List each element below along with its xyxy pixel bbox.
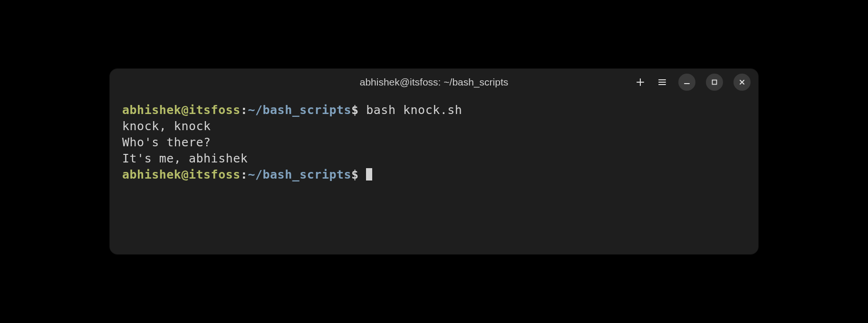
output-line-1: knock, knock	[122, 119, 211, 133]
maximize-icon	[711, 78, 718, 86]
new-tab-button[interactable]	[635, 76, 646, 88]
menu-button[interactable]	[656, 76, 668, 88]
prompt-dollar-2: $	[351, 168, 359, 181]
prompt-colon: :	[241, 103, 248, 117]
terminal-window: abhishek@itsfoss: ~/bash_scripts	[110, 69, 758, 254]
hamburger-icon	[657, 77, 667, 87]
minimize-icon	[683, 78, 691, 86]
prompt-user-host-2: abhishek@itsfoss	[122, 168, 241, 181]
prompt-dollar: $	[351, 103, 359, 117]
minimize-button[interactable]	[678, 74, 695, 91]
prompt-path: ~/bash_scripts	[248, 103, 351, 117]
plus-icon	[636, 77, 645, 87]
titlebar: abhishek@itsfoss: ~/bash_scripts	[110, 69, 758, 95]
window-title: abhishek@itsfoss: ~/bash_scripts	[360, 76, 509, 88]
output-line-2: Who's there?	[122, 135, 211, 149]
close-icon	[738, 78, 746, 86]
close-button[interactable]	[733, 74, 751, 91]
svg-rect-0	[713, 80, 717, 85]
prompt-path-2: ~/bash_scripts	[248, 168, 351, 181]
output-line-3: It's me, abhishek	[122, 152, 248, 165]
prompt-user-host: abhishek@itsfoss	[122, 103, 241, 117]
command-line-1: bash knock.sh	[359, 103, 463, 117]
terminal-body[interactable]: abhishek@itsfoss:~/bash_scripts$ bash kn…	[110, 95, 758, 254]
cursor	[366, 168, 372, 180]
maximize-button[interactable]	[706, 74, 723, 91]
window-controls	[635, 74, 751, 91]
prompt-colon-2: :	[241, 168, 248, 181]
command-line-2	[359, 168, 366, 181]
